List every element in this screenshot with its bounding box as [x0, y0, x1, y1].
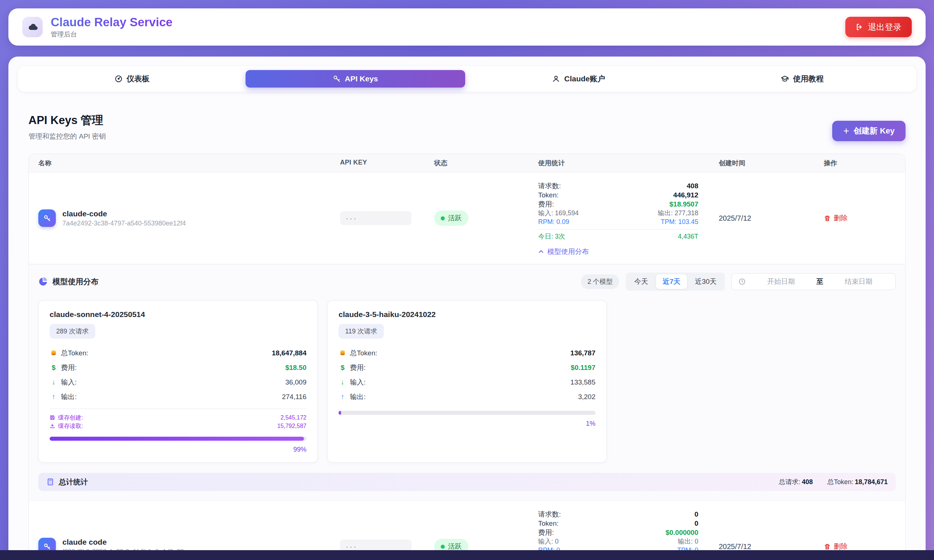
date-separator: 至: [817, 277, 823, 286]
delete-label: 删除: [834, 214, 848, 223]
date-range-picker[interactable]: 开始日期 至 结束日期: [731, 273, 896, 290]
model-card: claude-sonnet-4-20250514 289 次请求 总Token:…: [38, 300, 318, 463]
main-card: 仪表板 API Keys Claude账户 使用教程: [8, 57, 926, 560]
model-name: claude-3-5-haiku-20241022: [339, 310, 595, 319]
page-title: API Keys 管理: [28, 113, 106, 128]
logout-label: 退出登录: [868, 22, 902, 33]
key-id: 7a4e2492-3c38-4797-a540-553980ee12f4: [62, 220, 186, 227]
key-icon: [333, 75, 341, 83]
model-distribution-toggle[interactable]: 模型使用分布: [538, 247, 589, 257]
api-keys-table: 名称 API KEY 状态 使用统计 创建时间 操作: [28, 154, 906, 560]
key-icon: [43, 543, 51, 551]
created-date: 2025/7/12: [709, 214, 814, 223]
totals-title: 总计统计: [59, 477, 88, 487]
rpm-stat: RPM: 0.09: [538, 217, 569, 226]
created-date: 2025/7/12: [709, 543, 814, 551]
model-card: claude-3-5-haiku-20241022 119 次请求 总Token…: [327, 300, 607, 463]
range-segmented-control: 今天 近7天 近30天: [626, 272, 725, 291]
usage-progress-fill: [49, 437, 304, 441]
gauge-icon: [115, 75, 123, 83]
page-subtitle: 管理和监控您的 API 密钥: [28, 132, 106, 141]
graduation-cap-icon: [780, 75, 789, 83]
calculator-icon: [46, 478, 54, 486]
tab-dashboard[interactable]: 仪表板: [22, 70, 242, 88]
create-key-label: 创建新 Key: [854, 126, 895, 137]
model-distribution-panel: 模型使用分布 2 个模型 今天 近7天 近30天: [29, 264, 905, 501]
model-total-token: 136,787: [570, 346, 595, 360]
token-label: Token:: [538, 191, 559, 200]
arrow-down-icon: ↓: [49, 375, 58, 390]
model-requests-badge: 119 次请求: [339, 324, 384, 338]
app-title: Claude Relay Service: [51, 15, 172, 29]
model-cost: $18.50: [285, 360, 306, 375]
trash-icon: [824, 543, 831, 550]
totals-bar: 总计统计 总请求:408 总Token:18,784,671: [38, 473, 896, 491]
usage-progress-fill: [339, 411, 341, 415]
model-cost: $0.1197: [571, 360, 595, 375]
floppy-icon: [49, 415, 55, 420]
today-token: 4,436T: [678, 232, 698, 241]
tab-claude-account[interactable]: Claude账户: [469, 70, 688, 88]
divider: [538, 229, 698, 229]
model-input: 36,009: [285, 375, 306, 390]
usage-progress-bar: [339, 411, 595, 415]
column-header-api-key: API KEY: [331, 154, 425, 172]
page-root: Claude Relay Service 管理后台 退出登录 仪表板: [0, 0, 934, 560]
today-count: 今日: 3次: [538, 232, 565, 241]
input-stat: 输入: 0: [538, 537, 559, 546]
arrow-up-icon: ↑: [339, 390, 346, 404]
key-avatar: [38, 209, 56, 227]
usage-progress-bar: [49, 437, 306, 441]
range-30days-button[interactable]: 近30天: [688, 274, 723, 289]
range-today-button[interactable]: 今天: [628, 274, 654, 289]
logout-icon: [856, 23, 863, 31]
model-count-badge: 2 个模型: [581, 274, 619, 289]
download-icon: [49, 423, 55, 429]
cloud-icon: [27, 23, 38, 31]
delete-button[interactable]: 删除: [824, 214, 848, 223]
usage-percent: 99%: [49, 446, 306, 454]
user-icon: [552, 75, 560, 83]
tab-api-keys[interactable]: API Keys: [246, 70, 465, 88]
content-area: API Keys 管理 管理和监控您的 API 密钥 + 创建新 Key 名称 …: [18, 113, 916, 560]
trash-icon: [824, 215, 831, 222]
input-stat: 输入: 169,594: [538, 209, 579, 217]
column-header-name: 名称: [29, 154, 331, 172]
status-dot-icon: [441, 545, 445, 549]
model-total-token: 18,647,884: [272, 346, 306, 360]
empty-card-slot: [616, 300, 896, 463]
usage-percent: 1%: [339, 420, 595, 428]
table-header-row: 名称 API KEY 状态 使用统计 创建时间 操作: [29, 154, 905, 172]
logout-button[interactable]: 退出登录: [845, 17, 912, 37]
usage-stats: 请求数:408 Token:446,912 费用:$18.9507 输入: 16…: [529, 172, 709, 264]
tab-label: API Keys: [345, 74, 378, 83]
brand: Claude Relay Service 管理后台: [22, 15, 172, 39]
tab-label: 使用教程: [793, 74, 824, 84]
section-header: API Keys 管理 管理和监控您的 API 密钥 + 创建新 Key: [28, 113, 906, 141]
app-logo: [22, 17, 43, 37]
total-requests: 总请求:408: [779, 478, 813, 486]
model-distribution-label: 模型使用分布: [547, 247, 589, 257]
model-output: 274,116: [282, 390, 306, 404]
requests-label: 请求数:: [538, 181, 561, 191]
model-name: claude-sonnet-4-20250514: [49, 310, 306, 319]
bottom-strip: [0, 550, 934, 560]
table-row: claude-code 7a4e2492-3c38-4797-a540-5539…: [29, 172, 905, 264]
status-badge: 活跃: [434, 211, 468, 226]
key-name: claude-code: [62, 209, 186, 218]
create-key-button[interactable]: + 创建新 Key: [832, 121, 906, 141]
cost-value: $18.9507: [669, 200, 698, 209]
end-date-input[interactable]: 结束日期: [829, 277, 889, 286]
chevron-up-icon: [538, 249, 544, 255]
cost-label: 费用:: [538, 200, 554, 209]
tab-label: Claude账户: [564, 74, 605, 84]
masked-api-key[interactable]: ···: [340, 211, 412, 225]
arrow-down-icon: ↓: [339, 375, 346, 390]
range-7days-button[interactable]: 近7天: [656, 274, 687, 289]
start-date-input[interactable]: 开始日期: [751, 277, 811, 286]
tab-tutorial[interactable]: 使用教程: [692, 70, 912, 88]
dollar-icon: $: [339, 360, 346, 375]
pie-chart-icon: [38, 277, 48, 286]
output-stat: 输出: 0: [678, 537, 698, 546]
total-token: 总Token:18,784,671: [828, 478, 888, 486]
